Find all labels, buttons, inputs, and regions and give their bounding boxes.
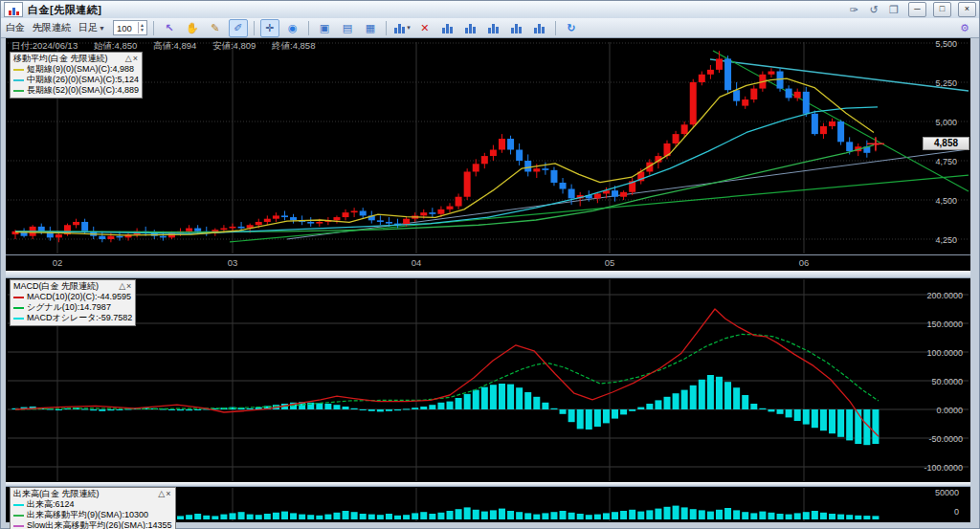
volume-ma26-swatch [13,525,24,527]
indicator-chart-icon [487,22,500,33]
candle [351,210,358,212]
volume-swatch [13,504,24,506]
restore-layout-icon[interactable]: ↺ [866,4,881,16]
candle [256,222,262,225]
date-value: 日付:2024/06/13 [11,40,78,51]
crosshair-tool-button[interactable]: ✛ [260,19,279,37]
indicator-chart-icon [533,22,546,33]
candle [420,212,427,215]
candle [620,192,627,197]
indicator-button-5[interactable] [530,19,549,37]
title-bar: 白金[先限連続] ✑ ↺ ❐ ─ □ × [1,1,979,19]
cascade-windows-icon[interactable]: ❐ [886,4,902,16]
candle [786,89,792,99]
candle [99,236,105,239]
candle [724,58,731,90]
candle [160,236,167,238]
candle [524,161,531,171]
legend-close-button[interactable]: × [166,489,171,498]
settings-button[interactable]: ⚙ [955,19,974,37]
candle [742,99,748,106]
timeframe-select[interactable]: 日足▼ [78,21,105,34]
legend-close-button[interactable]: × [126,281,132,291]
candle [803,92,810,114]
candle [360,210,367,215]
bar-count-value: 100 [117,23,138,33]
candle [290,217,297,220]
candle [812,114,818,134]
indicator-button-1[interactable] [438,19,457,37]
svg-text:5,000: 5,000 [935,118,957,127]
chart-style-dropdown-button[interactable]: ▾ [392,19,412,37]
app-icon [4,2,23,17]
indicator-button-2[interactable] [461,19,480,37]
x-axis-label: 05 [605,257,615,268]
bar-count-spinner[interactable]: 100 ▲▼ [113,20,147,35]
svg-text:100.0000: 100.0000 [926,348,963,358]
spinner-arrows-icon[interactable]: ▲▼ [138,22,145,33]
select-tool-button[interactable]: ↖ [160,19,179,37]
candle [377,220,384,222]
chart-panel-icon: ▣ [320,22,329,34]
refresh-icon: ↻ [567,22,575,34]
legend-collapse-button[interactable]: △ [119,281,126,291]
candle [673,134,679,143]
svg-text:0: 0 [954,507,959,517]
current-price-badge: 4,858 [923,137,969,150]
svg-text:5,500: 5,500 [935,39,957,49]
legend-title: 出来高(白金 先限連続) [13,489,100,499]
candle [316,222,323,224]
compass-icon: ◉ [288,22,298,34]
candle [542,168,548,170]
svg-text:50000: 50000 [935,488,959,497]
new-chart-panel-button[interactable]: ▣ [315,19,334,37]
cursor-icon: ↖ [165,22,173,34]
pan-tool-button[interactable]: ✋ [183,19,202,37]
svg-text:50.0000: 50.0000 [931,377,963,386]
indicator-button-4[interactable] [507,19,526,37]
svg-text:0.0000: 0.0000 [936,406,963,415]
candle [490,150,497,157]
line-draw-tool-button[interactable]: ✐ [229,19,248,37]
close-button[interactable]: × [958,2,976,17]
minimize-button[interactable]: ─ [908,2,926,17]
legend-close-button[interactable]: × [133,54,139,63]
refresh-button[interactable]: ↻ [562,19,581,37]
close-value: 終値:4,858 [272,40,315,51]
candle [456,197,462,207]
candle [820,126,827,134]
remove-indicator-button[interactable]: ✕ [415,19,434,37]
high-value: 高値:4,894 [153,40,196,51]
legend-title: MACD(白金 先限連続) [13,281,99,292]
indicator-chart-icon [510,22,523,33]
chart-canvas[interactable]: 5,5005,2505,0004,7504,5004,250200.000015… [0,0,980,529]
candle [464,171,471,196]
pen-icon: ✐ [234,22,242,34]
candle [429,212,435,214]
volume-label: 出来高:6124 [27,499,75,510]
indicator-button-3[interactable] [484,19,503,37]
pencil-tool-button[interactable]: ✎ [206,19,225,37]
crosshair-icon: ✛ [265,22,274,34]
legend-collapse-button[interactable]: △ [125,54,133,63]
chevron-down-icon: ▼ [99,25,105,32]
maximize-button[interactable]: □ [933,2,951,17]
candle [681,124,688,134]
candle [264,219,271,222]
candle [81,222,88,231]
candle [230,227,236,229]
grid-3x3-button[interactable]: ▦ [361,19,380,37]
app-window: { "window": { "title": "白金[先限連続]", "titl… [0,0,980,529]
candle [612,190,618,197]
toolbar: 白金 先限連続 日足▼ 100 ▲▼ ↖ ✋ ✎ ✐ ✛ ◉ ▣ ▤ ▦ ▾ ✕… [1,18,979,38]
pin-icon[interactable]: ✑ [846,4,861,16]
candle [846,142,853,151]
ma-short-swatch [13,69,24,71]
compass-tool-button[interactable]: ◉ [283,19,302,37]
svg-text:4,500: 4,500 [935,196,957,206]
chevron-down-icon: ▾ [407,24,411,32]
svg-text:200.0000: 200.0000 [926,291,963,300]
panel-splitter[interactable] [6,271,970,278]
candle [437,209,444,214]
grid-2x2-button[interactable]: ▤ [338,19,357,37]
